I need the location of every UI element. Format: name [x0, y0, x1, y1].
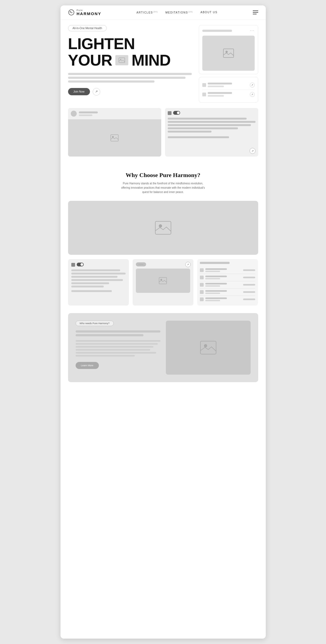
who-badge: Who needs Pure Harmony? — [76, 321, 114, 326]
mini-arrow-2[interactable]: ↗ — [250, 92, 255, 97]
card-image-large — [202, 36, 255, 71]
arrow-button[interactable]: ↗ — [93, 88, 100, 96]
hero-right: ··· — [199, 25, 258, 103]
toggle[interactable] — [173, 111, 180, 115]
col-arrow[interactable]: ↗ — [185, 262, 191, 267]
svg-point-3 — [120, 59, 121, 60]
who-section: Who needs Pure Harmony? Learn More — [68, 313, 258, 382]
who-right — [166, 321, 251, 375]
svg-rect-4 — [223, 49, 234, 57]
svg-rect-6 — [111, 135, 118, 141]
card-bottom: ↗ ↗ — [199, 77, 258, 103]
logo-harmony: HARMONY — [77, 12, 102, 16]
navbar: Pure HARMONY ARTICLES(34) MEDITATIONS(19… — [61, 5, 266, 20]
col-card-image — [136, 269, 190, 293]
why-desc: Pure Harmony stands at the forefront of … — [120, 181, 206, 194]
mini-arrow-1[interactable]: ↗ — [250, 83, 255, 87]
card-top: ··· — [199, 25, 258, 74]
nav-articles[interactable]: ARTICLES(34) — [136, 11, 158, 14]
col-card-mid: ········ ↗ — [133, 259, 193, 306]
hero-badge: All-In-One Mental Health — [68, 25, 107, 31]
hero-left: All-In-One Mental Health LIGHTEN YOUR M — [68, 25, 194, 103]
hamburger-menu[interactable] — [253, 11, 258, 14]
join-now-button[interactable]: Join Now — [68, 88, 90, 95]
nav-about[interactable]: ABOUT US — [200, 11, 217, 14]
image-icon — [119, 57, 125, 63]
main-content: All-In-One Mental Health LIGHTEN YOUR M — [61, 20, 266, 390]
svg-rect-10 — [159, 277, 167, 284]
svg-point-9 — [159, 224, 162, 228]
svg-point-1 — [70, 11, 71, 12]
card-article-right: ↗ — [165, 108, 258, 157]
card-arrow-br[interactable]: ↗ — [250, 148, 256, 154]
toggle-2[interactable] — [77, 263, 84, 266]
col-image-placeholder — [159, 277, 167, 284]
table-row — [200, 267, 255, 274]
logo-text: Pure HARMONY — [77, 9, 102, 16]
hero-desc-lines — [68, 73, 192, 83]
table-row — [200, 296, 255, 303]
col-badge: ········ — [136, 262, 146, 266]
svg-rect-2 — [119, 58, 125, 63]
image-placeholder-icon — [223, 49, 234, 58]
hero-section: All-In-One Mental Health LIGHTEN YOUR M — [68, 20, 258, 108]
card-article-image-left — [68, 119, 161, 157]
hero-image-placeholder — [115, 55, 128, 65]
avatar — [71, 111, 77, 117]
mini-item-1: ↗ — [202, 80, 255, 90]
big-image-block — [68, 201, 258, 255]
nav-meditations[interactable]: MEDITATIONS(19) — [165, 11, 193, 14]
who-image-icon — [200, 341, 216, 354]
svg-point-5 — [226, 51, 228, 53]
svg-point-13 — [204, 344, 207, 347]
col-card-left — [68, 259, 129, 306]
learn-more-button[interactable]: Learn More — [76, 362, 99, 369]
card-article-left — [68, 108, 161, 157]
why-section: Why Choose Pure Harmony? Pure Harmony st… — [68, 161, 258, 201]
table-row — [200, 281, 255, 289]
logo-icon — [68, 9, 75, 16]
dots-menu[interactable]: ··· — [250, 29, 255, 33]
svg-rect-8 — [155, 221, 171, 234]
browser-window: Pure HARMONY ARTICLES(34) MEDITATIONS(19… — [61, 5, 266, 639]
table-row — [200, 289, 255, 296]
logo[interactable]: Pure HARMONY — [68, 9, 102, 16]
mini-item-2: ↗ — [202, 90, 255, 99]
table-row — [200, 274, 255, 281]
who-left: Who needs Pure Harmony? Learn More — [76, 321, 160, 375]
table-col — [197, 259, 258, 306]
nav-links: ARTICLES(34) MEDITATIONS(19) ABOUT US — [136, 11, 217, 14]
svg-rect-12 — [200, 341, 216, 354]
card-grid: ↗ — [68, 108, 258, 157]
hero-title: LIGHTEN YOUR MIND — [68, 36, 192, 69]
hero-buttons: Join Now ↗ — [68, 88, 192, 96]
content-grid-3: ········ ↗ — [68, 259, 258, 306]
image-placeholder-sm — [110, 134, 119, 141]
why-title: Why Choose Pure Harmony? — [68, 172, 258, 179]
big-image-icon — [155, 221, 171, 235]
